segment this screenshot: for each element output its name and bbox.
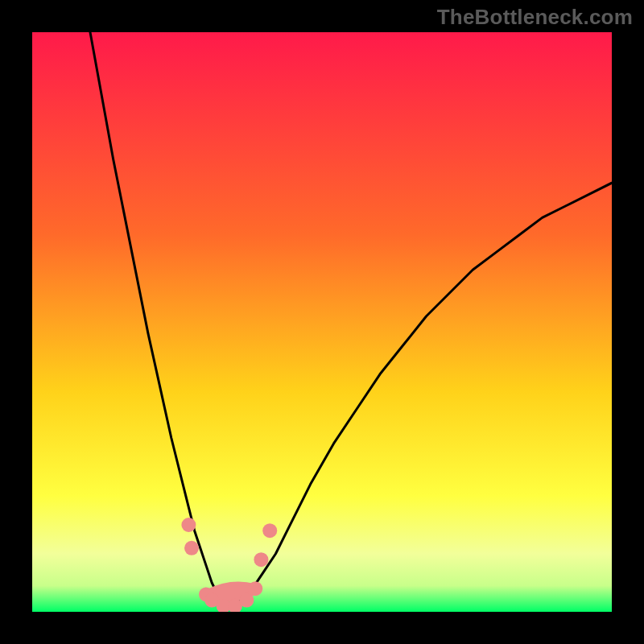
data-marker [248,581,262,596]
plot-svg [32,32,612,612]
data-marker [181,518,196,532]
chart-frame: TheBottleneck.com [0,0,644,644]
data-marker [262,523,277,538]
watermark-label: TheBottleneck.com [437,5,633,30]
data-marker [184,541,199,555]
data-marker [254,552,268,567]
plot-area [32,32,612,612]
gradient-background [32,32,612,612]
data-marker [239,593,254,608]
